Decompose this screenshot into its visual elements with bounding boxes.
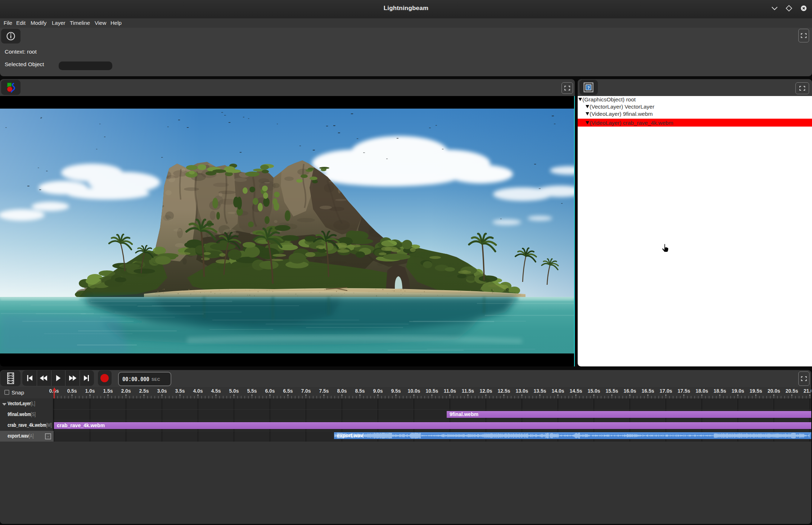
svg-text:?: ? <box>587 86 590 90</box>
